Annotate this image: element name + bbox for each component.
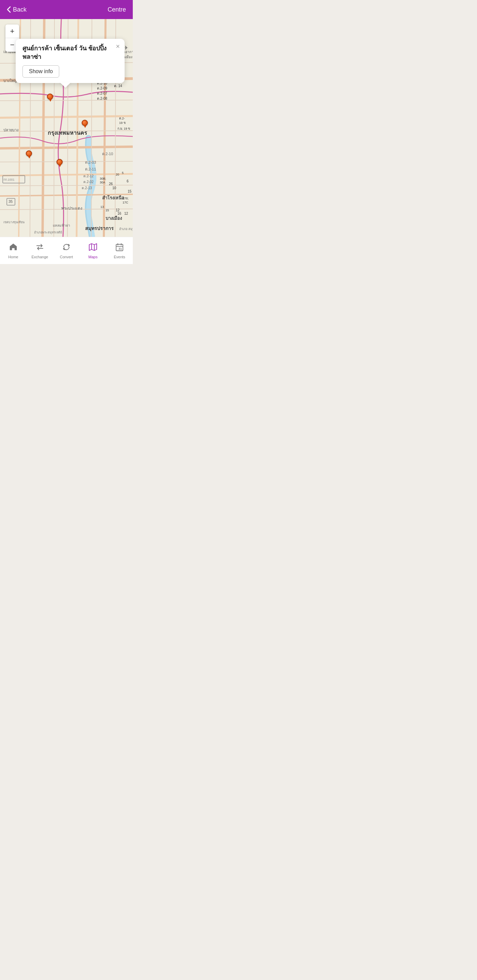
svg-text:อำเภอ สมุทรปร...: อำเภอ สมุทรปร... xyxy=(119,227,133,231)
nav-item-maps[interactable]: Maps xyxy=(80,237,106,264)
svg-text:บางเมือง: บางเมือง xyxy=(105,216,122,221)
svg-text:สมุทรปราการ: สมุทรปราการ xyxy=(85,226,114,231)
svg-text:12: 12 xyxy=(124,212,128,215)
svg-text:ปลายบาง: ปลายบาง xyxy=(3,128,18,132)
svg-text:กก.1001: กก.1001 xyxy=(3,178,14,181)
nav-events-label: Events xyxy=(114,255,125,259)
header: Back Centre xyxy=(0,0,133,19)
svg-text:31: 31 xyxy=(118,247,122,250)
nav-convert-label: Convert xyxy=(60,255,73,259)
svg-text:26: 26 xyxy=(109,182,113,186)
svg-text:ด.2-03: ด.2-03 xyxy=(85,160,96,164)
svg-text:35: 35 xyxy=(8,199,13,204)
svg-text:ด. 14: ด. 14 xyxy=(114,84,122,88)
nav-item-exchange[interactable]: Exchange xyxy=(27,237,53,264)
back-button[interactable]: Back xyxy=(7,6,27,13)
nav-item-home[interactable]: Home xyxy=(0,237,27,264)
convert-icon xyxy=(62,243,71,253)
back-label: Back xyxy=(13,6,27,13)
svg-text:178;: 178; xyxy=(123,197,129,200)
map-pin-2[interactable] xyxy=(82,120,89,128)
zoom-in-button[interactable]: + xyxy=(5,24,19,38)
svg-text:อำเภอพระสมุทรเจดีย์: อำเภอพระสมุทรเจดีย์ xyxy=(34,231,62,234)
map-pin-1[interactable] xyxy=(47,94,54,102)
svg-text:ด.2-10: ด.2-10 xyxy=(102,152,113,156)
svg-text:15: 15 xyxy=(128,189,132,193)
svg-text:กรุงเทพมหานคร: กรุงเทพมหานคร xyxy=(48,130,87,137)
svg-text:ด.2-13: ด.2-13 xyxy=(82,186,92,190)
home-icon xyxy=(9,243,18,253)
chevron-left-icon xyxy=(7,6,11,13)
svg-text:ด.2-: ด.2- xyxy=(119,117,125,120)
svg-text:17C: 17C xyxy=(123,201,128,204)
svg-text:ด.2-07: ด.2-07 xyxy=(97,92,107,95)
svg-text:15: 15 xyxy=(105,208,109,212)
svg-text:20: 20 xyxy=(116,173,119,176)
nav-exchange-label: Exchange xyxy=(32,255,48,259)
events-icon: 31 xyxy=(115,243,124,253)
svg-text:30B;: 30B; xyxy=(100,177,106,180)
svg-text:6: 6 xyxy=(127,179,129,183)
svg-text:13: 13 xyxy=(101,205,104,208)
svg-text:สำโรงเหนือ: สำโรงเหนือ xyxy=(102,195,124,200)
svg-text:ก.ม. 19 ข: ก.ม. 19 ข xyxy=(118,127,130,130)
nav-item-events[interactable]: 31 Events xyxy=(106,237,133,264)
svg-text:19 ข: 19 ข xyxy=(119,121,126,124)
map-pin-3[interactable] xyxy=(26,150,33,159)
svg-text:5: 5 xyxy=(122,171,124,175)
popup-title: ศูนย์การค้า เซ็นเตอร์ วัน ช้อปปิ้ง พลาซ่… xyxy=(22,44,118,61)
maps-icon xyxy=(89,243,97,253)
svg-text:16: 16 xyxy=(118,212,121,215)
nav-item-convert[interactable]: Convert xyxy=(53,237,80,264)
centre-button[interactable]: Centre xyxy=(108,6,126,13)
svg-text:ด.2-09: ด.2-09 xyxy=(97,86,107,90)
svg-text:เขตบางขุนเทียน: เขตบางขุนเทียน xyxy=(3,221,24,224)
show-info-button[interactable]: Show info xyxy=(22,65,59,78)
map-pin-4[interactable] xyxy=(56,159,63,167)
map-container[interactable]: ปากเกร็ด ด.2-12 ด.2-11 ด.2-10 ด.2-13 เสา… xyxy=(0,19,133,237)
svg-text:แหลมฟ้าผ่า: แหลมฟ้าผ่า xyxy=(53,224,70,227)
popup-close-button[interactable]: × xyxy=(116,43,120,50)
bottom-navigation: Home Exchange Convert xyxy=(0,237,133,264)
svg-text:ด.2-11: ด.2-11 xyxy=(85,167,96,171)
svg-text:30A: 30A xyxy=(100,181,105,184)
nav-maps-label: Maps xyxy=(89,255,98,259)
exchange-icon xyxy=(35,243,44,253)
svg-text:พระประแดง: พระประแดง xyxy=(61,206,82,211)
svg-text:ด.2-02: ด.2-02 xyxy=(83,180,94,184)
map-popup: × ศูนย์การค้า เซ็นเตอร์ วัน ช้อปปิ้ง พลา… xyxy=(16,39,124,83)
svg-text:ด.2-12: ด.2-12 xyxy=(83,174,94,178)
svg-text:ด.2-08: ด.2-08 xyxy=(97,97,107,100)
svg-text:12: 12 xyxy=(116,208,120,212)
svg-text:10: 10 xyxy=(112,186,116,190)
svg-text:บางใหญ่: บางใหญ่ xyxy=(3,79,17,83)
nav-home-label: Home xyxy=(8,255,18,259)
